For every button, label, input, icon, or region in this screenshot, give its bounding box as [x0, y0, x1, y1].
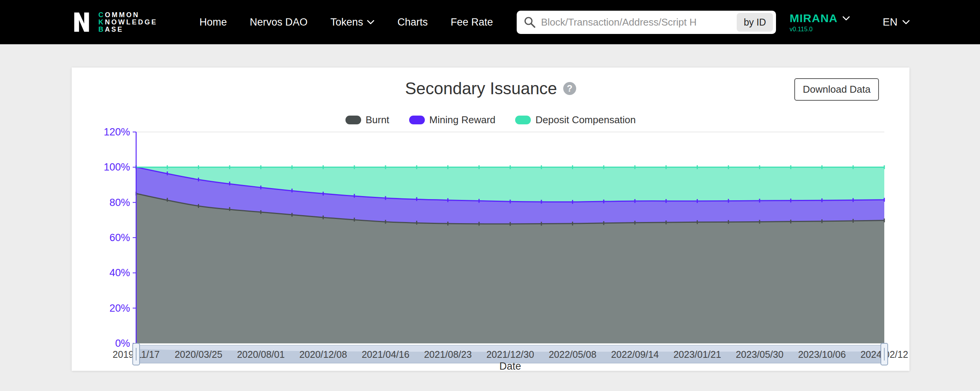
nav-item-charts[interactable]: Charts	[397, 16, 428, 28]
nervos-logo-icon	[72, 11, 92, 33]
nav-item-fee-rate[interactable]: Fee Rate	[451, 16, 493, 28]
chart-legend: Burnt Mining Reward Deposit Compensation	[72, 114, 909, 126]
data-point-marker	[572, 200, 573, 204]
data-point-marker	[510, 222, 511, 226]
nav-item-nervos-dao[interactable]: Nervos DAO	[250, 16, 308, 28]
legend-item-deposit-compensation[interactable]: Deposit Compensation	[515, 114, 636, 126]
nav-item-tokens[interactable]: Tokens	[331, 16, 375, 28]
data-point-marker	[853, 219, 854, 223]
data-point-marker	[354, 194, 355, 198]
nav-item-home[interactable]: Home	[199, 16, 227, 28]
x-axis-label: 2023/05/30	[736, 349, 783, 360]
data-point-marker	[821, 165, 823, 169]
nav-item-home-label: Home	[199, 16, 227, 28]
data-point-marker	[416, 165, 417, 169]
data-point-marker	[821, 198, 823, 202]
x-axis-label: 2020/12/08	[299, 349, 347, 360]
y-axis-label: 120%	[104, 126, 130, 138]
y-axis-label: 100%	[104, 161, 130, 173]
data-point-marker	[167, 171, 168, 175]
x-axis-label: 2023/01/21	[673, 349, 721, 360]
data-point-marker	[291, 189, 292, 193]
data-point-marker	[229, 182, 230, 185]
x-axis-label: 2022/09/14	[611, 349, 659, 360]
data-point-marker	[479, 199, 480, 203]
data-point-marker	[323, 192, 324, 196]
y-axis-label: 20%	[109, 303, 130, 314]
search-input[interactable]	[541, 16, 737, 28]
legend-item-mining-reward[interactable]: Mining Reward	[409, 114, 495, 126]
data-point-marker	[665, 199, 667, 203]
data-point-marker	[884, 198, 885, 202]
data-point-marker	[790, 165, 791, 169]
y-axis-label: 0%	[115, 338, 130, 349]
y-axis-label: 80%	[109, 197, 130, 208]
logo-line2-rest: NOWLEDGE	[105, 18, 157, 26]
data-point-marker	[697, 199, 698, 203]
language-selector[interactable]: EN	[883, 16, 910, 28]
data-point-marker	[198, 165, 199, 169]
help-icon[interactable]: ?	[563, 82, 576, 95]
logo-line3-first: B	[98, 26, 105, 33]
title-row: Secondary Issuance ?	[72, 68, 909, 98]
search-bar: by ID	[517, 11, 776, 34]
data-point-marker	[291, 165, 292, 169]
x-axis-label: 2021/12/30	[486, 349, 534, 360]
data-point-marker	[385, 165, 386, 169]
legend-swatch-burnt	[345, 116, 361, 124]
data-point-marker	[385, 196, 386, 200]
secondary-issuance-chart[interactable]: 0%20%40%60%80%100%120%2019/11/172020/03/…	[72, 68, 909, 371]
search-by-id-button[interactable]: by ID	[737, 13, 773, 32]
data-point-marker	[603, 165, 604, 169]
x-axis-label: 2023/10/06	[798, 349, 846, 360]
data-point-marker	[884, 165, 885, 169]
data-point-marker	[728, 220, 729, 224]
nav-item-fee-rate-label: Fee Rate	[451, 16, 493, 28]
download-data-button[interactable]: Download Data	[794, 78, 879, 101]
main-nav: Home Nervos DAO Tokens Charts Fee Rate	[199, 16, 493, 28]
logo[interactable]: COMMON KNOWLEDGE BASE	[72, 11, 157, 33]
data-point-marker	[665, 165, 667, 169]
data-point-marker	[416, 197, 417, 201]
data-point-marker	[759, 220, 760, 224]
logo-text: COMMON KNOWLEDGE BASE	[98, 11, 157, 33]
nav-item-charts-label: Charts	[397, 16, 428, 28]
data-point-marker	[354, 218, 355, 222]
data-point-marker	[323, 165, 324, 169]
legend-label-mining-reward: Mining Reward	[429, 114, 495, 126]
data-point-marker	[260, 185, 262, 189]
data-point-marker	[260, 210, 262, 214]
legend-swatch-deposit-compensation	[515, 116, 531, 124]
legend-label-deposit-compensation: Deposit Compensation	[535, 114, 636, 126]
network-selector[interactable]: MIRANA v0.115.0	[790, 12, 850, 33]
data-point-marker	[167, 198, 168, 202]
data-point-marker	[635, 165, 636, 169]
legend-item-burnt[interactable]: Burnt	[345, 114, 389, 126]
data-point-marker	[354, 165, 355, 169]
data-point-marker	[510, 200, 511, 203]
data-point-marker	[198, 204, 199, 208]
data-point-marker	[541, 165, 542, 169]
data-point-marker	[447, 222, 448, 225]
data-point-marker	[291, 213, 292, 217]
y-axis-label: 40%	[109, 267, 130, 278]
data-point-marker	[603, 221, 604, 225]
logo-line1-first: C	[98, 11, 105, 19]
data-point-marker	[603, 200, 604, 203]
nav-item-tokens-label: Tokens	[331, 16, 363, 28]
data-point-marker	[572, 222, 573, 225]
data-point-marker	[728, 199, 729, 203]
x-axis-label: 2020/08/01	[237, 349, 284, 360]
data-point-marker	[665, 220, 667, 224]
language-label: EN	[883, 16, 898, 28]
data-point-marker	[447, 198, 448, 202]
data-point-marker	[790, 199, 791, 203]
data-point-marker	[229, 165, 230, 169]
y-axis-label: 60%	[109, 232, 130, 243]
data-point-marker	[853, 165, 854, 169]
data-point-marker	[728, 165, 729, 169]
data-point-marker	[821, 219, 823, 223]
data-point-marker	[260, 165, 262, 169]
data-point-marker	[510, 165, 511, 169]
x-axis-label: 2021/04/16	[361, 349, 409, 360]
